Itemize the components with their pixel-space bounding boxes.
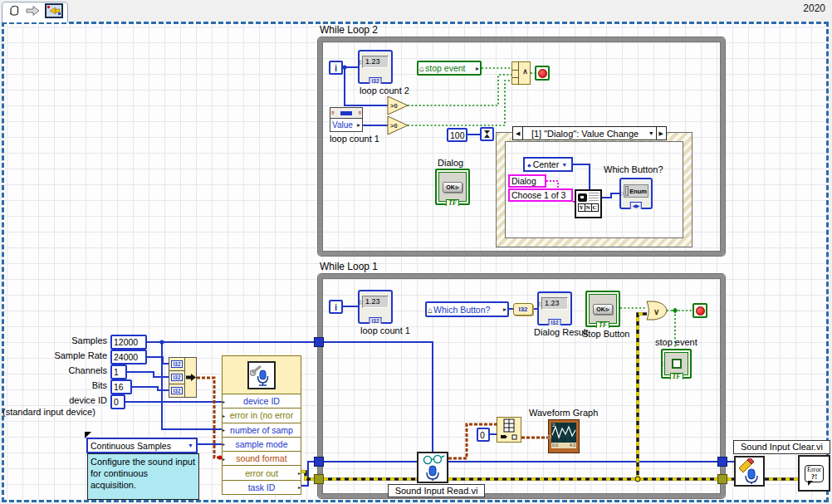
event-structure-header[interactable]: ◀ [1] "Dialog": Value Change ▼ ▶ [512, 126, 667, 140]
event-next-icon[interactable]: ▶ [656, 127, 666, 139]
standard-input-device-note: (standard input device) [2, 407, 95, 417]
dropdown-arrow-icon[interactable]: ▼ [188, 443, 193, 448]
greater-than-zero-node[interactable]: >0 [388, 116, 408, 135]
local-variable-icon [428, 305, 433, 315]
sound-input-clear-vi[interactable] [734, 456, 765, 487]
hourglass-icon [483, 130, 491, 139]
index-constant[interactable]: 0 [477, 428, 490, 442]
index-array-node[interactable] [497, 417, 521, 443]
dialog-result-indicator[interactable]: ▷ 1.23 I32 [537, 291, 572, 325]
property-node-loop-count-1[interactable]: ‼‼ Value [330, 107, 363, 132]
waveform-graph-terminal[interactable]: ▷ 2 0.0 4.0 [548, 419, 580, 453]
center-enum-constant[interactable]: Center [523, 157, 573, 172]
bits-constant[interactable]: 16 [110, 379, 132, 394]
stop-event-indicator[interactable]: ▷ TF [661, 349, 692, 379]
bundle-type-label: I32 [171, 360, 182, 368]
ok-button-glyph: OK [593, 304, 613, 315]
bundle-inputs: I32 I32 I32 [169, 358, 185, 397]
sound-input-configure-vi[interactable]: device ID error in (no error number of s… [222, 355, 301, 495]
enum-knob-icon [625, 186, 629, 196]
graph-x-tick: 0.0 [552, 443, 558, 448]
error-bubble-icon: Error ?! [805, 465, 824, 482]
compound-and-node[interactable]: ∧ [511, 61, 531, 85]
property-node-reference: ‼‼ [330, 108, 362, 119]
event-dropdown-icon[interactable]: ▼ [647, 130, 656, 136]
numeric-display: 1.23 [362, 296, 389, 308]
terminal-task-id[interactable]: task ID [223, 481, 301, 494]
graph-x-axis: 0.0 4.0 [551, 443, 576, 448]
text-lines-icon [589, 193, 599, 202]
three-button-dialog-vi[interactable]: YNC [575, 189, 602, 218]
numeric-display: 1.23 [541, 297, 568, 310]
terminal-error-in[interactable]: error in (no error [223, 409, 301, 423]
index-array-icon [497, 418, 521, 442]
wait-ms-node[interactable] [480, 127, 494, 141]
loop-count-1-indicator[interactable]: ▷ 1.23 I32 [358, 290, 393, 324]
channels-label: Channels [16, 365, 107, 375]
terminal-sound-format[interactable]: sound format [223, 452, 301, 466]
graph-y-tick: 2 [552, 423, 555, 428]
local-variable-label: stop event [425, 63, 465, 73]
tool-palette [2, 2, 68, 22]
loop-condition-terminal-wl2[interactable] [535, 66, 550, 81]
dialog-boolean-control[interactable]: OK TF [435, 169, 470, 205]
stop-event-local-variable[interactable]: stop event [417, 61, 482, 76]
dialog-control-label: Dialog [438, 158, 463, 168]
stop-button-control[interactable]: OK TF [585, 291, 620, 327]
which-button-local-variable[interactable]: Which Button? [425, 301, 509, 317]
terminal-number-of-samples[interactable]: number of samp [223, 423, 301, 438]
numeric-display: 1.23 [362, 56, 389, 68]
pan-tool-icon[interactable] [7, 3, 22, 22]
glasses-microphone-icon [420, 454, 445, 481]
stop-sign-icon [538, 69, 547, 78]
tf-type-label: TF [446, 199, 459, 206]
graph-x-tick: 4.0 [570, 443, 575, 448]
which-button-label: Which Button? [604, 164, 663, 174]
error-punct: ?! [807, 473, 821, 481]
cancel-glyph: C [591, 203, 599, 212]
wire-layer: >0 >0 ∨ [0, 0, 832, 504]
terminal-sample-mode[interactable]: sample mode [223, 438, 301, 452]
tunnel-error-out[interactable] [717, 474, 727, 484]
to-i32-conversion-node[interactable]: I32 [513, 303, 533, 316]
tunnel-task-id-out[interactable] [717, 457, 727, 467]
tunnel-task-id-in[interactable] [314, 457, 324, 467]
simple-error-handler-vi[interactable]: Error ?! [798, 455, 830, 492]
and-inputs [512, 62, 519, 84]
tf-type-label: TF [596, 321, 609, 328]
dialog-string-constant[interactable]: Dialog [508, 174, 546, 188]
loop-count-2-indicator[interactable]: ▷ 1.23 I32 [358, 50, 393, 84]
iteration-terminal-wl2[interactable]: i [329, 61, 343, 75]
and-glyph: ∧ [520, 67, 531, 76]
type-label: I32 [369, 317, 381, 324]
or-gate-node[interactable]: ∨ [647, 301, 667, 320]
loop-condition-terminal-wl1[interactable] [693, 303, 707, 318]
iteration-terminal-wl1[interactable]: i [329, 300, 343, 314]
terminal-device-id[interactable]: device ID [223, 394, 301, 409]
vi-diagram-icon[interactable] [45, 3, 63, 22]
tunnel-samples[interactable] [314, 337, 324, 347]
choose-string-constant[interactable]: Choose 1 of 3 [508, 188, 573, 202]
bundle-node[interactable]: I32 I32 I32 [169, 357, 197, 398]
continuous-samples-ring[interactable]: Continuous Samples ▼ [86, 438, 198, 453]
channels-constant[interactable]: 1 [110, 365, 127, 379]
stop-sign-icon [696, 306, 705, 316]
terminal-error-out[interactable]: error out [223, 466, 301, 480]
greater-than-zero-node[interactable]: >0 [388, 96, 408, 115]
sample-rate-label: Sample Rate [16, 350, 107, 360]
value-property[interactable]: Value [330, 119, 362, 130]
event-prev-icon[interactable]: ◀ [513, 127, 523, 139]
select-tool-icon[interactable] [26, 5, 41, 20]
boolean-square-glyph [672, 359, 682, 369]
samples-label: Samples [16, 335, 107, 345]
comment-box: Configure the sound input for continuous… [87, 453, 199, 500]
device-id-constant[interactable]: 0 [110, 394, 125, 409]
wait-ms-constant[interactable]: 100 [447, 128, 467, 142]
samples-constant[interactable]: 12000 [110, 335, 147, 350]
bundle-type-label: I32 [171, 387, 182, 394]
sound-input-read-vi[interactable] [417, 452, 448, 483]
tunnel-error-in[interactable] [314, 474, 324, 484]
sample-rate-constant[interactable]: 24000 [110, 350, 147, 365]
which-button-enum-indicator[interactable]: ▷ Enum [619, 178, 653, 209]
loop-count-1-label: loop count 1 [360, 325, 410, 335]
